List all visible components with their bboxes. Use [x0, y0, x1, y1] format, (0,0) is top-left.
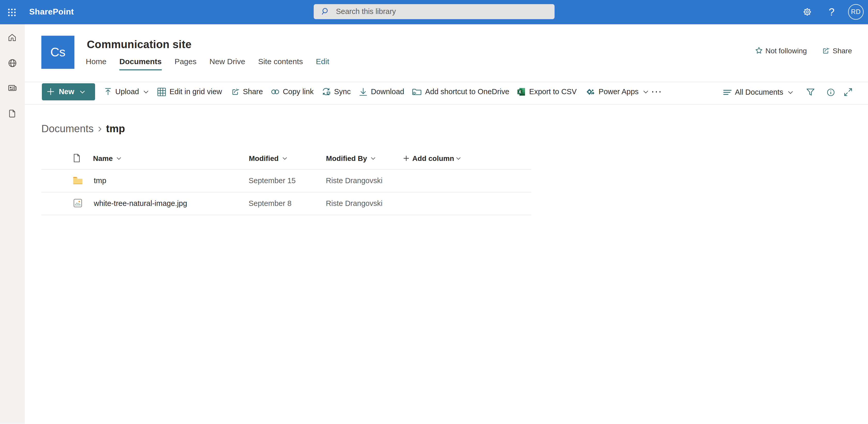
svg-text:X: X	[519, 89, 522, 94]
